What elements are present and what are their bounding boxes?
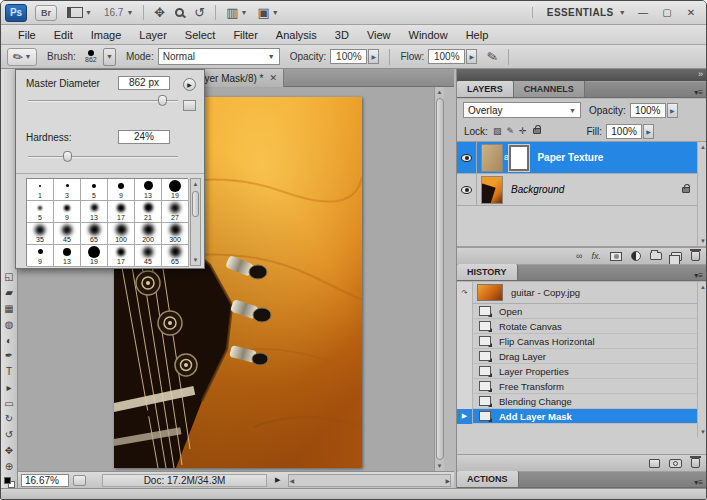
lock-all-icon[interactable]: [533, 128, 541, 134]
history-state-add-layer-mask[interactable]: ▶Add Layer Mask: [457, 409, 698, 424]
fill-field[interactable]: 100%: [606, 124, 642, 139]
type-tool-icon[interactable]: T: [1, 364, 17, 380]
status-zoom-field[interactable]: 16.67%: [21, 474, 69, 487]
scrollbar-thumb[interactable]: [436, 98, 444, 460]
scroll-up-icon[interactable]: ▲: [193, 179, 199, 189]
delete-state-icon[interactable]: [691, 458, 700, 468]
bridge-button[interactable]: Br: [35, 5, 57, 21]
snapshot-name[interactable]: guitar - Copy.jpg: [511, 287, 580, 298]
new-snapshot-icon[interactable]: [669, 459, 682, 468]
scroll-up-icon[interactable]: ▲: [700, 142, 706, 152]
brush-preset-17[interactable]: 17: [108, 245, 135, 267]
dodge-tool-icon[interactable]: ◐: [1, 332, 17, 348]
brush-preset-9[interactable]: 9: [108, 179, 135, 201]
tool-preset-picker[interactable]: ✎▼: [7, 48, 37, 66]
brush-preset-45[interactable]: 45: [135, 245, 162, 267]
lock-transparency-icon[interactable]: ▨: [493, 126, 502, 136]
brush-preset-13[interactable]: 13: [135, 179, 162, 201]
orbit-3d-tool-icon[interactable]: ↺: [1, 427, 17, 443]
history-brush-source[interactable]: ▶: [457, 409, 473, 424]
history-state-open[interactable]: Open: [457, 304, 698, 319]
hardness-field[interactable]: 24%: [118, 130, 170, 144]
rotate-3d-tool-icon[interactable]: ↻: [1, 411, 17, 427]
brush-preset-1[interactable]: 1: [27, 179, 54, 201]
add-layer-mask-icon[interactable]: [610, 252, 622, 261]
hand-tool-icon[interactable]: ✥: [1, 443, 17, 459]
zoom-tool-icon[interactable]: ⊕: [1, 458, 17, 474]
layer-thumbnail[interactable]: [481, 144, 503, 172]
brush-preset-19[interactable]: 19: [162, 179, 189, 201]
brush-preset-27[interactable]: 27: [162, 201, 189, 223]
brush-grid-scrollbar[interactable]: ▲ ▼: [190, 178, 201, 266]
brush-preview[interactable]: 862: [80, 47, 102, 67]
zoom-level-control[interactable]: 16.7▼: [104, 7, 133, 18]
new-document-from-state-icon[interactable]: [649, 459, 660, 468]
scroll-up-icon[interactable]: ▲: [700, 282, 706, 292]
lock-pixels-icon[interactable]: ✎: [506, 126, 514, 136]
layer-name[interactable]: Background: [511, 184, 564, 195]
history-state-layer-properties[interactable]: Layer Properties: [457, 364, 698, 379]
horizontal-scrollbar[interactable]: ◀ ▶: [288, 474, 451, 487]
history-snapshot-row[interactable]: ↷ guitar - Copy.jpg: [457, 282, 698, 304]
brush-preset-100[interactable]: 100: [108, 223, 135, 245]
maximize-button[interactable]: ▢: [660, 7, 674, 18]
view-extras-icon[interactable]: ▼: [67, 7, 92, 18]
history-state-blending-change[interactable]: Blending Change: [457, 394, 698, 409]
opacity-slider-button[interactable]: ▶: [368, 49, 379, 64]
history-brush-source[interactable]: ↷: [457, 282, 473, 304]
layer-thumbnail[interactable]: [481, 176, 503, 204]
panel-menu-icon[interactable]: ▾≡: [694, 271, 707, 280]
scroll-down-icon[interactable]: ▼: [193, 255, 199, 265]
close-button[interactable]: ✕: [684, 7, 698, 18]
visibility-toggle[interactable]: [457, 174, 477, 206]
brush-preset-9[interactable]: 9: [54, 201, 81, 223]
layer-name[interactable]: Paper Texture: [537, 152, 603, 163]
scroll-left-icon[interactable]: ◀: [289, 475, 294, 486]
brush-picker-dropdown[interactable]: ▼: [103, 48, 116, 66]
create-new-brush-button[interactable]: [183, 100, 196, 111]
scroll-down-icon[interactable]: ▼: [700, 427, 706, 437]
airbrush-toggle-icon[interactable]: ✎: [486, 48, 499, 65]
status-options-arrow[interactable]: ▶: [275, 476, 280, 484]
popup-flyout-button[interactable]: ▶: [183, 78, 196, 91]
tab-layers[interactable]: LAYERS: [457, 81, 514, 97]
visibility-toggle[interactable]: [457, 142, 477, 174]
brush-preset-17[interactable]: 17: [108, 201, 135, 223]
menu-image[interactable]: Image: [82, 29, 131, 41]
mask-link-icon[interactable]: 8: [504, 153, 508, 162]
vertical-scrollbar[interactable]: ▲ ▼: [434, 87, 444, 471]
brush-preset-65[interactable]: 65: [81, 223, 108, 245]
menu-view[interactable]: View: [358, 29, 400, 41]
tab-channels[interactable]: CHANNELS: [514, 81, 585, 97]
scroll-right-icon[interactable]: ▶: [445, 475, 450, 486]
history-brush-source[interactable]: [457, 319, 473, 334]
master-diameter-field[interactable]: 862 px: [118, 76, 170, 90]
slider-thumb[interactable]: [158, 95, 167, 106]
layer-mask-thumbnail[interactable]: [509, 145, 529, 171]
history-brush-source[interactable]: [457, 304, 473, 319]
history-state-flip-canvas-horizontal[interactable]: Flip Canvas Horizontal: [457, 334, 698, 349]
layer-style-icon[interactable]: fx.: [591, 251, 601, 261]
rotate-view-icon[interactable]: ↺: [194, 5, 205, 20]
gradient-tool-icon[interactable]: ▦: [1, 301, 17, 317]
master-diameter-slider[interactable]: [28, 100, 178, 102]
history-brush-source[interactable]: [457, 334, 473, 349]
panel-menu-icon[interactable]: ▾≡: [694, 478, 707, 487]
brush-preset-13[interactable]: 13: [54, 245, 81, 267]
history-brush-source[interactable]: [457, 349, 473, 364]
history-brush-source[interactable]: [457, 379, 473, 394]
tab-close-icon[interactable]: ✕: [269, 73, 277, 83]
arrange-documents-icon[interactable]: ▥▼: [226, 5, 247, 20]
brush-preset-3[interactable]: 3: [54, 179, 81, 201]
layer-row-background[interactable]: Background: [457, 174, 698, 206]
brush-preset-35[interactable]: 35: [27, 223, 54, 245]
foreground-color[interactable]: [4, 477, 11, 484]
brush-preset-13[interactable]: 13: [81, 201, 108, 223]
flow-field[interactable]: 100%: [428, 49, 465, 64]
brush-preset-9[interactable]: 9: [27, 245, 54, 267]
menu-window[interactable]: Window: [400, 29, 457, 41]
tab-actions[interactable]: ACTIONS: [457, 471, 519, 487]
layer-blend-mode-select[interactable]: Overlay▼: [463, 102, 581, 118]
layer-list-scrollbar[interactable]: ▲ ▼: [697, 142, 707, 246]
minimize-button[interactable]: —: [636, 7, 650, 18]
